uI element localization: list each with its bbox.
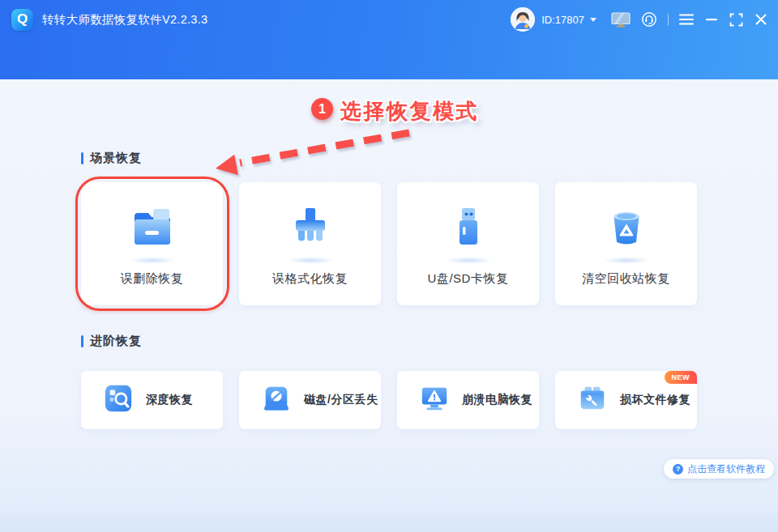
icon-shadow [129, 257, 176, 264]
app-logo-icon: Q [11, 9, 33, 31]
format-brush-icon [284, 203, 336, 255]
titlebar-divider [668, 14, 669, 26]
monitor-icon[interactable] [611, 12, 631, 28]
step-number-badge: 1 [311, 98, 333, 120]
section-accent-bar [81, 152, 83, 164]
maximize-button[interactable] [729, 13, 743, 27]
new-badge: NEW [665, 371, 698, 384]
section-title-advanced-recovery: 进阶恢复 [81, 334, 142, 349]
minimize-button[interactable] [706, 18, 717, 21]
card-crashed-pc-recovery[interactable]: 崩溃电脑恢复 [397, 371, 539, 429]
chevron-down-icon[interactable] [590, 18, 596, 22]
section-accent-bar [81, 335, 83, 347]
user-id-label[interactable]: ID:17807 [541, 14, 584, 26]
card-recycle-bin-recovery[interactable]: 清空回收站恢复 [555, 182, 697, 305]
deep-scan-icon [103, 383, 134, 417]
titlebar: Q 转转大师数据恢复软件V2.2.3.3 ID:17807 [0, 0, 778, 39]
card-deep-recovery[interactable]: 深度恢复 [81, 371, 223, 429]
card-formatted-recovery[interactable]: 误格式化恢复 [239, 182, 381, 305]
icon-shadow [445, 257, 492, 264]
section-title-scene-recovery: 场景恢复 [81, 151, 142, 166]
disk-partition-icon [261, 383, 292, 417]
card-deleted-file-recovery[interactable]: 误删除恢复 [81, 182, 223, 305]
crashed-pc-icon [419, 383, 450, 417]
app-window: Q 转转大师数据恢复软件V2.2.3.3 ID:17807 [0, 0, 778, 532]
app-title: 转转大师数据恢复软件V2.2.3.3 [42, 12, 207, 28]
question-icon: ? [673, 464, 683, 475]
recycle-bin-icon [601, 203, 652, 255]
close-button[interactable] [755, 14, 767, 25]
card-corrupt-file-repair[interactable]: 损坏文件修复 NEW [555, 371, 697, 429]
usb-drive-icon [442, 203, 494, 255]
folder-icon [126, 203, 178, 255]
card-usb-sd-recovery[interactable]: U盘/SD卡恢复 [397, 182, 539, 305]
annotation-label: 选择恢复模式 [340, 97, 479, 126]
menu-icon[interactable] [679, 14, 694, 25]
card-disk-partition-loss[interactable]: 磁盘/分区丢失 [239, 371, 381, 429]
help-tutorial-button[interactable]: ? 点击查看软件教程 [664, 459, 774, 479]
icon-shadow [287, 257, 334, 264]
file-repair-icon [577, 383, 608, 417]
user-avatar[interactable] [511, 7, 535, 32]
icon-shadow [603, 257, 650, 264]
support-headset-icon[interactable] [641, 11, 657, 28]
